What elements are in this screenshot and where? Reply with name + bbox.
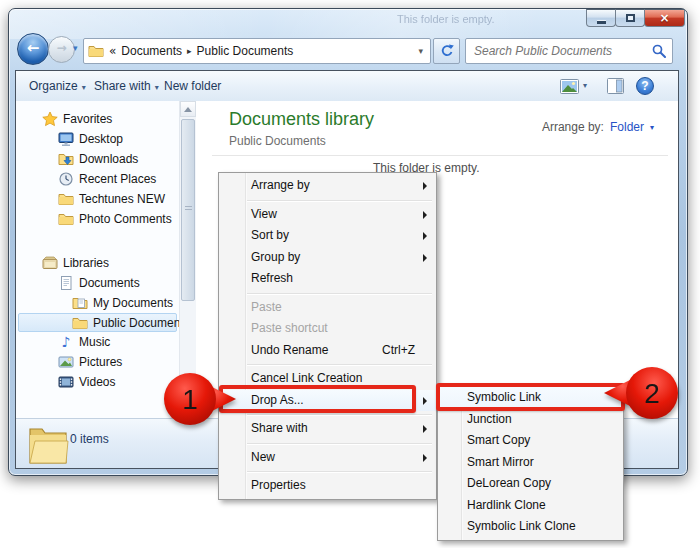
submenu-arrow-icon [423,454,427,462]
search-box[interactable] [465,38,673,64]
menu-item-undo-rename[interactable]: Undo RenameCtrl+Z [219,340,436,362]
sidebar-item-recent-places[interactable]: Recent Places [16,169,179,189]
context-menu: Arrange by View Sort by Group by Refresh… [218,172,437,500]
back-button[interactable]: ← [17,33,49,65]
sidebar-label: Music [79,335,110,349]
minimize-button[interactable] [586,9,616,27]
search-input[interactable] [472,43,652,59]
breadcrumb-collapse[interactable]: « [109,44,116,58]
menu-item-label: New [251,450,275,464]
menu-item-sort-by[interactable]: Sort by [219,225,436,247]
forward-arrow-icon: → [56,41,66,55]
submenu-item-delorean-copy[interactable]: DeLorean Copy [438,473,623,495]
menu-item-arrange-by[interactable]: Arrange by [219,175,436,197]
new-folder-button[interactable]: New folder [164,79,221,93]
sidebar-item-desktop[interactable]: Desktop [16,129,179,149]
menu-item-label: Arrange by [251,178,310,192]
submenu-item-hardlink-clone[interactable]: Hardlink Clone [438,495,623,517]
submenu-item-smart-copy[interactable]: Smart Copy [438,430,623,452]
close-icon: × [659,11,669,26]
recent-places-icon [58,171,74,187]
step-2-number: 2 [644,378,660,409]
menu-item-share-with[interactable]: Share with [219,418,436,440]
scrollbar-grip-icon [185,206,192,212]
sidebar-label: Downloads [79,152,138,166]
close-button[interactable]: × [644,9,685,27]
menu-item-label: Undo Rename [251,343,328,357]
address-bar[interactable]: « Documents ▸ Public Documents ▾ [83,38,431,64]
menu-item-view[interactable]: View [219,204,436,226]
menu-separator [247,200,432,201]
address-dropdown-icon[interactable]: ▾ [418,46,426,56]
menu-item-group-by[interactable]: Group by [219,247,436,269]
sidebar-item-techtunes-new[interactable]: Techtunes NEW [16,189,179,209]
star-icon [42,111,58,127]
menu-item-paste-shortcut: Paste shortcut [219,318,436,340]
organize-button[interactable]: Organize▾ [29,79,86,93]
menu-item-label: View [251,207,277,221]
sidebar-item-documents[interactable]: Documents [16,273,179,293]
change-view-button[interactable] [560,79,579,94]
sidebar-label: Recent Places [79,172,156,186]
forward-button[interactable]: → [48,36,75,63]
chevron-down-icon[interactable]: ▾ [650,123,654,132]
menu-item-label: Properties [251,478,306,492]
view-dropdown-icon[interactable]: ▾ [583,81,587,90]
breadcrumb-separator-icon[interactable]: ▸ [187,46,192,56]
menu-item-label: Hardlink Clone [467,498,546,512]
menu-item-paste: Paste [219,297,436,319]
help-button[interactable]: ? [636,77,654,95]
step-2-callout: 2 [600,364,680,424]
highlight-box-symbolic-link [436,383,625,411]
search-icon[interactable] [652,44,666,58]
preview-pane-button[interactable] [607,78,624,94]
menu-item-label: Symbolic Link Clone [467,519,576,533]
sidebar-item-videos[interactable]: Videos [16,372,179,392]
refresh-button[interactable] [433,38,460,64]
sidebar-item-photo-comments[interactable]: Photo Comments [16,209,179,229]
scrollbar-thumb[interactable] [181,119,195,301]
sidebar-group-libraries[interactable]: Libraries [16,253,179,273]
videos-icon [58,374,74,390]
menu-separator [247,443,432,444]
chevron-down-icon: ▾ [583,81,587,90]
submenu-item-junction[interactable]: Junction [438,409,623,431]
submenu-item-smart-mirror[interactable]: Smart Mirror [438,452,623,474]
sidebar-item-downloads[interactable]: Downloads [16,149,179,169]
help-icon: ? [641,79,648,93]
menu-item-new[interactable]: New [219,447,436,469]
sidebar-item-public-documents[interactable]: Public Documents [18,313,177,332]
sidebar-label: Public Documents [93,316,190,330]
sidebar-item-music[interactable]: ♪ Music [16,332,179,352]
menu-item-properties[interactable]: Properties [219,475,436,497]
share-with-label: Share with [94,79,151,93]
menu-item-label: Smart Copy [467,433,530,447]
sidebar-label: Favorites [63,112,112,126]
menu-item-label: Group by [251,250,300,264]
submenu-item-symbolic-link-clone[interactable]: Symbolic Link Clone [438,516,623,538]
folder-icon [88,43,104,59]
chevron-down-icon: ▾ [82,83,86,92]
sidebar-item-pictures[interactable]: Pictures [16,352,179,372]
arrange-by-value[interactable]: Folder [610,120,644,134]
folder-icon [58,211,74,227]
menu-separator [247,364,432,365]
menu-item-label: Paste shortcut [251,321,328,335]
share-with-button[interactable]: Share with▾ [94,79,159,93]
library-title: Documents library [229,109,374,130]
scrollbar-up-button[interactable] [180,101,196,117]
new-folder-label: New folder [164,79,221,93]
menu-item-refresh[interactable]: Refresh [219,268,436,290]
breadcrumb-segment-documents[interactable]: Documents [121,44,182,58]
arrange-by-control[interactable]: Arrange by: Folder ▾ [542,120,654,134]
maximize-button[interactable] [615,9,645,27]
arrange-by-label: Arrange by: [542,120,604,134]
folder-icon [72,315,88,331]
recent-pages-dropdown[interactable]: ▾ [73,43,78,53]
submenu-arrow-icon [423,232,427,240]
menu-separator [247,471,432,472]
sidebar-item-my-documents[interactable]: My Documents [16,293,179,313]
navigation-pane: Favorites Desktop Downloads Recent Place… [16,101,179,418]
sidebar-group-favorites[interactable]: Favorites [16,109,179,129]
breadcrumb-segment-public-documents[interactable]: Public Documents [197,44,294,58]
